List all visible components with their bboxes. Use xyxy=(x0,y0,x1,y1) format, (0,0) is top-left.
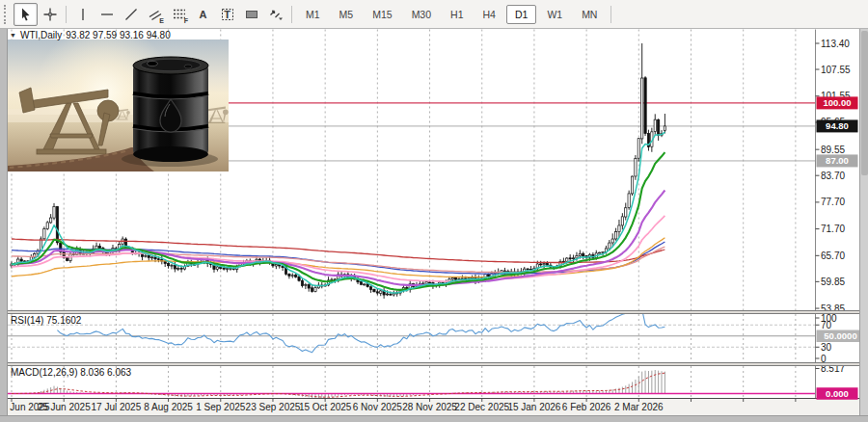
horizontal-line-tool-button[interactable] xyxy=(95,3,119,26)
price-axis-tick: 65.70 xyxy=(821,251,845,261)
timeframe-m30-button[interactable]: M30 xyxy=(403,5,440,24)
ohlc-values: 93.82 97.59 93.16 94.80 xyxy=(66,30,170,40)
price-axis-tick: 59.85 xyxy=(821,277,845,287)
text-label-tool-button[interactable]: T xyxy=(215,3,239,26)
timeframe-group: M1M5M15M30H1H4D1W1MN xyxy=(296,5,607,24)
date-axis-label: 15 Jan 2026 xyxy=(507,402,560,412)
price-axis-badge-text: 100.00 xyxy=(823,97,851,108)
date-axis-label: 17 Jul 2025 xyxy=(92,402,142,412)
tool-glyph: F xyxy=(184,17,188,24)
price-axis-tick: 77.70 xyxy=(821,197,845,207)
vertical-scrollbar[interactable] xyxy=(859,29,868,415)
arrows-objects-tool-button[interactable] xyxy=(263,3,287,26)
rect-icon xyxy=(244,7,259,22)
tool-glyph: A xyxy=(192,4,214,25)
price-axis-tick: 113.40 xyxy=(821,39,850,49)
timeframe-w1-button[interactable]: W1 xyxy=(538,5,571,24)
trading-terminal-window: EFAT M1M5M15M30H1H4D1W1MN 3 Jun 202525 J… xyxy=(0,0,868,422)
symbol-dropdown-icon[interactable]: ▼ xyxy=(10,32,16,39)
date-axis-label: 15 Oct 2025 xyxy=(299,402,352,412)
rsi-indicator-label: RSI(14) 75.1602 xyxy=(11,315,81,326)
tool-glyph: E xyxy=(159,17,164,24)
tool-glyph: T xyxy=(216,4,238,25)
rectangle-tool-button[interactable] xyxy=(239,3,263,26)
rsi-line xyxy=(57,309,665,353)
oil-pumpjack-and-barrel-photo xyxy=(8,40,229,171)
text-tool-button[interactable]: A xyxy=(191,3,215,26)
drawing-tools-group: EFAT xyxy=(14,3,296,26)
timeframe-m15-button[interactable]: M15 xyxy=(364,5,400,24)
toolbar-grip-handle[interactable] xyxy=(4,5,11,24)
vertical-scrollbar-thumb[interactable] xyxy=(861,31,868,175)
toolbar-separator xyxy=(66,6,67,23)
symbol-period-label: WTI,Daily xyxy=(20,30,62,40)
crosshair-icon xyxy=(42,7,58,22)
timeframe-m5-button[interactable]: M5 xyxy=(331,5,363,24)
date-axis-label: 8 Aug 2025 xyxy=(144,402,193,412)
rsi-axis-badge-text: 50.0000 xyxy=(824,330,856,341)
fibonacci-retracement-tool-button[interactable]: F xyxy=(167,3,191,26)
toolbar-separator xyxy=(610,6,611,23)
crosshair-tool-button[interactable] xyxy=(38,3,62,26)
date-axis-label: 28 Nov 2025 xyxy=(402,402,457,412)
toolbar: EFAT M1M5M15M30H1H4D1W1MN xyxy=(0,0,868,29)
timeframe-m1-button[interactable]: M1 xyxy=(297,5,329,24)
shapes-icon xyxy=(268,7,284,22)
price-axis-tick: 71.70 xyxy=(821,224,845,234)
date-axis-label: 1 Sep 2025 xyxy=(196,402,246,412)
cursor-tool-button[interactable] xyxy=(14,3,38,26)
macd-indicator-label: MACD(12,26,9) 8.036 6.063 xyxy=(11,367,131,378)
price-axis-tick: 89.55 xyxy=(821,145,845,155)
price-axis-tick: 107.55 xyxy=(821,65,851,75)
hline-icon xyxy=(99,7,115,22)
window-bottom-edge xyxy=(0,415,868,422)
toolbar-separator xyxy=(291,6,292,23)
window-left-edge xyxy=(0,29,8,422)
rsi-axis-tick: 70 xyxy=(821,320,832,330)
pane-splitter-main-rsi[interactable] xyxy=(8,310,859,314)
timeframe-mn-button[interactable]: MN xyxy=(573,5,606,24)
vline-icon xyxy=(75,7,91,22)
cursor-icon xyxy=(18,7,34,22)
price-axis-badge-text: 87.00 xyxy=(826,155,849,166)
equidistant-channel-tool-button[interactable]: E xyxy=(143,3,167,26)
date-axis-label: 6 Nov 2025 xyxy=(353,402,403,412)
date-axis-label: 22 Dec 2025 xyxy=(454,402,509,412)
trendline-tool-button[interactable] xyxy=(119,3,143,26)
timeframe-h4-button[interactable]: H4 xyxy=(475,5,504,24)
rsi-axis-tick: 30 xyxy=(821,342,832,353)
macd-axis-badge-text: 0.000 xyxy=(826,388,849,399)
date-axis-label: 2 Mar 2026 xyxy=(614,402,664,412)
chart-title: ▼ WTI,Daily 93.82 97.59 93.16 94.80 xyxy=(10,30,171,40)
date-axis-label: 6 Feb 2026 xyxy=(562,402,611,412)
price-axis-badge-text: 94.80 xyxy=(826,120,849,131)
pane-splitter-rsi-macd[interactable] xyxy=(8,362,859,366)
timeframe-d1-button[interactable]: D1 xyxy=(506,5,536,24)
timeframe-h1-button[interactable]: H1 xyxy=(442,5,472,24)
date-axis-label: 23 Sep 2025 xyxy=(246,402,301,412)
trendline-icon xyxy=(123,7,139,22)
date-axis-label: 25 Jun 2025 xyxy=(38,402,91,412)
price-axis-tick: 83.70 xyxy=(821,171,845,181)
vertical-line-tool-button[interactable] xyxy=(70,3,95,26)
